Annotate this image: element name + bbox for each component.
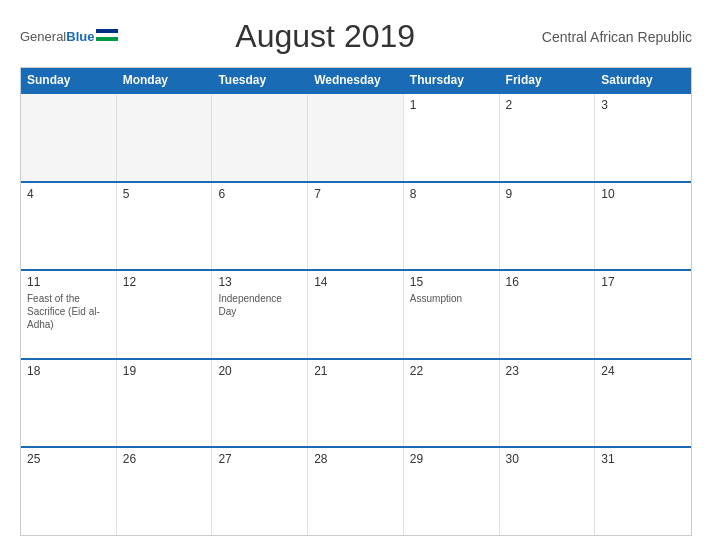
weekday-header: Monday xyxy=(117,68,213,92)
calendar-cell: 19 xyxy=(117,360,213,447)
weekday-header: Friday xyxy=(500,68,596,92)
calendar-cell: 13Independence Day xyxy=(212,271,308,358)
day-number: 1 xyxy=(410,98,493,112)
day-number: 21 xyxy=(314,364,397,378)
calendar-cell xyxy=(308,94,404,181)
calendar-cell: 11Feast of the Sacrifice (Eid al-Adha) xyxy=(21,271,117,358)
calendar-cell: 8 xyxy=(404,183,500,270)
day-number: 4 xyxy=(27,187,110,201)
country-label: Central African Republic xyxy=(532,29,692,45)
day-number: 20 xyxy=(218,364,301,378)
calendar-cell: 14 xyxy=(308,271,404,358)
weekday-header: Saturday xyxy=(595,68,691,92)
day-number: 2 xyxy=(506,98,589,112)
calendar-week: 18192021222324 xyxy=(21,358,691,447)
calendar-grid: SundayMondayTuesdayWednesdayThursdayFrid… xyxy=(20,67,692,536)
day-number: 28 xyxy=(314,452,397,466)
day-number: 5 xyxy=(123,187,206,201)
calendar-cell xyxy=(117,94,213,181)
calendar-week: 45678910 xyxy=(21,181,691,270)
day-number: 14 xyxy=(314,275,397,289)
day-number: 16 xyxy=(506,275,589,289)
calendar-cell: 20 xyxy=(212,360,308,447)
calendar-cell: 10 xyxy=(595,183,691,270)
header: General Blue August 2019 Central African… xyxy=(20,18,692,55)
logo: General Blue xyxy=(20,29,118,45)
calendar-cell: 17 xyxy=(595,271,691,358)
day-number: 3 xyxy=(601,98,685,112)
calendar-cell: 30 xyxy=(500,448,596,535)
calendar-cell: 29 xyxy=(404,448,500,535)
day-number: 10 xyxy=(601,187,685,201)
calendar-cell: 25 xyxy=(21,448,117,535)
calendar-week: 25262728293031 xyxy=(21,446,691,535)
weekday-header: Tuesday xyxy=(212,68,308,92)
calendar-page: General Blue August 2019 Central African… xyxy=(0,0,712,550)
calendar-week: 123 xyxy=(21,92,691,181)
calendar-cell: 1 xyxy=(404,94,500,181)
day-number: 17 xyxy=(601,275,685,289)
day-number: 8 xyxy=(410,187,493,201)
calendar-cell: 28 xyxy=(308,448,404,535)
calendar-cell: 4 xyxy=(21,183,117,270)
weekday-header: Wednesday xyxy=(308,68,404,92)
calendar-cell: 3 xyxy=(595,94,691,181)
calendar-cell: 7 xyxy=(308,183,404,270)
day-number: 23 xyxy=(506,364,589,378)
calendar-cell: 24 xyxy=(595,360,691,447)
day-number: 25 xyxy=(27,452,110,466)
day-number: 30 xyxy=(506,452,589,466)
day-number: 9 xyxy=(506,187,589,201)
calendar-cell: 23 xyxy=(500,360,596,447)
holiday-label: Assumption xyxy=(410,293,462,304)
day-number: 6 xyxy=(218,187,301,201)
calendar-cell: 22 xyxy=(404,360,500,447)
logo-flag-icon xyxy=(96,29,118,45)
day-number: 13 xyxy=(218,275,301,289)
calendar-cell: 6 xyxy=(212,183,308,270)
calendar-week: 11Feast of the Sacrifice (Eid al-Adha)12… xyxy=(21,269,691,358)
day-number: 12 xyxy=(123,275,206,289)
day-number: 11 xyxy=(27,275,110,289)
calendar-cell: 27 xyxy=(212,448,308,535)
calendar-header-row: SundayMondayTuesdayWednesdayThursdayFrid… xyxy=(21,68,691,92)
day-number: 29 xyxy=(410,452,493,466)
calendar-cell: 9 xyxy=(500,183,596,270)
logo-blue-text: Blue xyxy=(66,29,94,44)
day-number: 27 xyxy=(218,452,301,466)
calendar-cell: 16 xyxy=(500,271,596,358)
calendar-cell: 31 xyxy=(595,448,691,535)
calendar-cell: 18 xyxy=(21,360,117,447)
logo-general-text: General xyxy=(20,29,66,44)
day-number: 24 xyxy=(601,364,685,378)
holiday-label: Independence Day xyxy=(218,293,281,317)
page-title: August 2019 xyxy=(235,18,415,55)
day-number: 7 xyxy=(314,187,397,201)
day-number: 18 xyxy=(27,364,110,378)
day-number: 31 xyxy=(601,452,685,466)
weekday-header: Sunday xyxy=(21,68,117,92)
calendar-cell: 5 xyxy=(117,183,213,270)
calendar-cell: 21 xyxy=(308,360,404,447)
calendar-cell: 15Assumption xyxy=(404,271,500,358)
calendar-cell xyxy=(21,94,117,181)
day-number: 22 xyxy=(410,364,493,378)
day-number: 26 xyxy=(123,452,206,466)
calendar-body: 1234567891011Feast of the Sacrifice (Eid… xyxy=(21,92,691,535)
calendar-cell: 2 xyxy=(500,94,596,181)
calendar-cell xyxy=(212,94,308,181)
holiday-label: Feast of the Sacrifice (Eid al-Adha) xyxy=(27,293,100,330)
calendar-cell: 12 xyxy=(117,271,213,358)
weekday-header: Thursday xyxy=(404,68,500,92)
day-number: 19 xyxy=(123,364,206,378)
calendar-cell: 26 xyxy=(117,448,213,535)
day-number: 15 xyxy=(410,275,493,289)
